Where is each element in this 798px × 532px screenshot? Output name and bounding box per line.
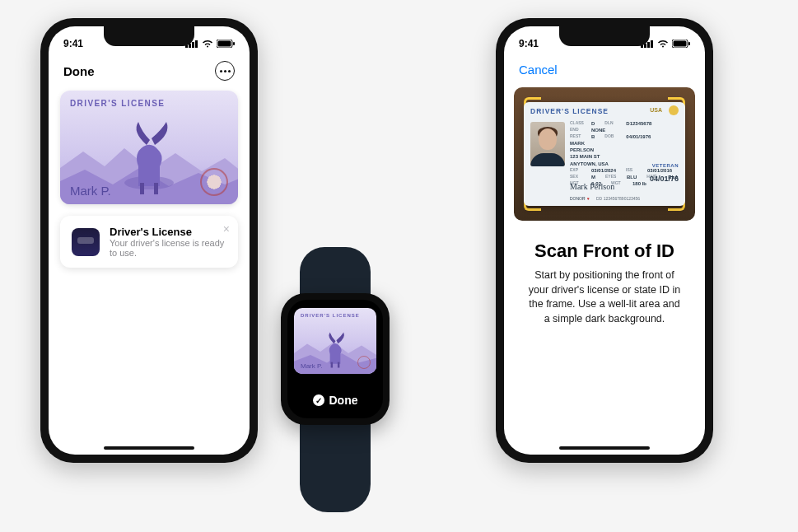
watch-band	[300, 413, 371, 512]
scan-screen: 9:41 Cancel DRIVER'S LICENSE USA CLASSD	[504, 26, 705, 455]
cancel-button[interactable]: Cancel	[519, 63, 558, 77]
scanned-id-card: DRIVER'S LICENSE USA CLASSD DLND12345678…	[524, 102, 685, 206]
id-photo	[530, 122, 565, 166]
watch-card-title: DRIVER'S LICENSE	[301, 313, 360, 318]
wallet-app-icon	[72, 228, 100, 256]
heart-icon: ♥	[587, 196, 590, 201]
svg-rect-21	[674, 41, 687, 47]
svg-rect-15	[338, 362, 339, 368]
svg-rect-11	[154, 183, 158, 194]
wallet-header: Done	[49, 61, 250, 81]
device-notch	[104, 26, 194, 46]
status-icons	[185, 40, 235, 48]
watch-done-button[interactable]: ✓ Done	[287, 394, 383, 407]
watch-done-label: Done	[329, 394, 358, 407]
device-notch	[559, 26, 650, 46]
scan-instructions: Start by positioning the front of your d…	[525, 268, 684, 326]
camera-scan-frame[interactable]: DRIVER'S LICENSE USA CLASSD DLND12345678…	[514, 87, 695, 221]
close-icon[interactable]: ×	[223, 222, 230, 236]
svg-rect-14	[331, 362, 333, 368]
apple-watch-device: DRIVER'S LICENSE Mark P. ✓ Done	[269, 278, 401, 440]
status-time: 9:41	[519, 38, 539, 49]
wifi-icon	[202, 40, 213, 48]
seal-icon	[357, 356, 371, 369]
id-veteran-badge: VETERAN	[652, 163, 679, 168]
home-indicator[interactable]	[559, 446, 650, 450]
watch-license-card[interactable]: DRIVER'S LICENSE Mark P.	[294, 308, 376, 374]
wifi-icon	[657, 40, 669, 48]
svg-rect-10	[140, 183, 144, 194]
status-time: 9:41	[63, 38, 83, 49]
seal-icon	[200, 168, 228, 196]
battery-icon	[217, 40, 235, 48]
real-id-star-icon	[669, 105, 679, 115]
wallet-screen: 9:41 Done	[49, 26, 250, 455]
notification-subtitle: Your driver's license is ready to use.	[110, 238, 226, 258]
scan-heading: Scan Front of ID	[504, 240, 705, 262]
svg-rect-6	[233, 42, 235, 45]
battery-icon	[672, 40, 690, 48]
bighorn-sheep-icon	[318, 331, 352, 371]
svg-rect-2	[192, 42, 194, 48]
svg-rect-22	[688, 42, 690, 45]
home-indicator[interactable]	[104, 446, 194, 450]
drivers-license-card[interactable]: DRIVER'S LICENSE Mark P.	[60, 91, 238, 204]
watch-case: DRIVER'S LICENSE Mark P. ✓ Done	[281, 293, 390, 425]
iphone-scan-device: 9:41 Cancel DRIVER'S LICENSE USA CLASSD	[496, 18, 713, 463]
status-icons	[641, 40, 690, 48]
notification-title: Driver's License	[110, 226, 226, 238]
id-donor: DONOR♥	[570, 196, 591, 201]
bighorn-sheep-icon	[114, 120, 184, 199]
id-country: USA	[650, 107, 662, 113]
license-ready-notification[interactable]: Driver's License Your driver's license i…	[60, 216, 238, 268]
card-holder-name: Mark P.	[70, 184, 111, 198]
id-big-date: 04/01/76	[650, 175, 679, 183]
card-title: DRIVER'S LICENSE	[70, 99, 165, 108]
svg-rect-3	[195, 40, 198, 48]
iphone-wallet-device: 9:41 Done	[40, 18, 258, 463]
svg-rect-5	[218, 41, 231, 47]
more-button[interactable]	[215, 61, 235, 81]
watch-card-name: Mark P.	[301, 362, 323, 370]
svg-rect-19	[651, 40, 653, 48]
watch-band	[300, 247, 371, 296]
checkmark-icon: ✓	[313, 394, 324, 406]
id-signature: Mark Perlson	[570, 182, 614, 191]
svg-rect-18	[647, 42, 650, 48]
id-dd: DD 1234567890123456	[596, 196, 640, 201]
done-button[interactable]: Done	[63, 64, 95, 78]
watch-screen: DRIVER'S LICENSE Mark P. ✓ Done	[287, 300, 383, 418]
